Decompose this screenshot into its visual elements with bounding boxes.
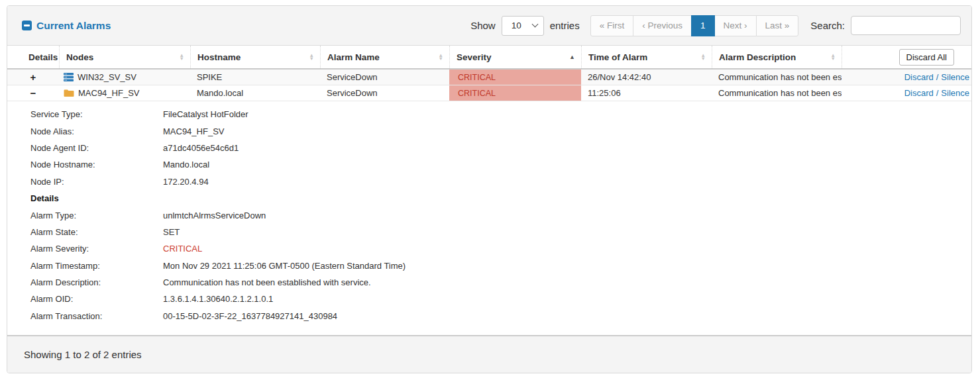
detail-label: Node Hostname: (7, 160, 163, 169)
column-header-actions: Discard All (842, 46, 971, 68)
detail-row: Alarm Severity: CRITICAL (7, 240, 971, 257)
sort-ascending-icon: ▲ (569, 54, 575, 60)
severity-cell: CRITICAL (449, 85, 581, 101)
search-input[interactable] (851, 16, 961, 35)
pagination-previous-button[interactable]: ‹ Previous (633, 15, 692, 36)
alarms-table: Details Nodes ▲▼ Hostname ▲▼ Alarm Name … (7, 46, 971, 336)
pagination-last-button[interactable]: Last » (756, 15, 799, 36)
detail-label: Alarm Type: (7, 211, 163, 220)
expanded-alarm-details: Service Type: FileCatalyst HotFolder Nod… (7, 101, 971, 336)
collapse-row-toggle[interactable]: − (28, 88, 39, 98)
table-footer: Showing 1 to 2 of 2 entries (7, 336, 971, 373)
table-row: − MAC94_HF_SV Mando.local ServiceDown CR… (7, 85, 971, 101)
action-separator: / (936, 72, 939, 82)
action-separator: / (936, 88, 939, 98)
chevron-down-icon (531, 21, 538, 28)
description-cell: Communication has not been establis… (712, 85, 842, 101)
time-cell: 11:25:06 (581, 85, 712, 101)
hostname-cell: SPIKE (190, 70, 320, 85)
discard-link[interactable]: Discard (904, 88, 934, 98)
column-header-details: Details (7, 46, 59, 68)
column-header-hostname[interactable]: Hostname ▲▼ (190, 46, 320, 68)
detail-value: 00-15-5D-02-3F-22_1637784927141_430984 (163, 311, 337, 321)
collapse-panel-icon[interactable] (22, 21, 32, 30)
expand-row-toggle[interactable]: + (28, 72, 39, 82)
detail-row: Alarm Description: Communication has not… (7, 274, 971, 291)
detail-row: Service Type: FileCatalyst HotFolder (7, 106, 971, 122)
time-cell: 26/Nov 14:42:40 (581, 70, 712, 85)
detail-label: Service Type: (7, 109, 163, 119)
detail-row: Alarm Type: unlmtchAlrmsServiceDown (7, 207, 971, 223)
detail-value: Mando.local (163, 160, 209, 169)
detail-label: Node IP: (7, 177, 163, 187)
panel-title: Current Alarms (36, 20, 111, 32)
column-header-severity[interactable]: Severity ▲ (449, 46, 581, 68)
discard-link[interactable]: Discard (904, 72, 934, 82)
detail-label: Alarm Description: (7, 277, 163, 287)
sort-icon: ▲▼ (831, 54, 836, 60)
alarm-name-cell: ServiceDown (320, 85, 449, 101)
sort-icon: ▲▼ (180, 54, 184, 60)
row-actions: Discard / Silence (842, 85, 971, 101)
sort-icon: ▲▼ (309, 54, 314, 60)
table-header-row: Details Nodes ▲▼ Hostname ▲▼ Alarm Name … (7, 46, 971, 70)
minus-icon (24, 24, 30, 26)
sort-icon: ▲▼ (701, 54, 706, 60)
detail-row: Alarm Timestamp: Mon Nov 29 2021 11:25:0… (7, 258, 971, 274)
table-controls: Show 10 entries « First ‹ Previous 1 Nex… (470, 15, 961, 36)
page-size-select[interactable]: 10 (502, 16, 544, 36)
page-size-value: 10 (512, 21, 521, 30)
detail-value: 1.3.6.1.4.1.30640.2.1.2.1.0.1 (163, 294, 273, 304)
detail-section-header: Details (7, 190, 971, 207)
detail-label: Alarm Timestamp: (7, 261, 163, 271)
show-label: Show (470, 20, 496, 31)
silence-link[interactable]: Silence (941, 88, 969, 98)
detail-label: Alarm OID: (7, 294, 163, 304)
detail-row: Alarm State: SET (7, 224, 971, 240)
column-header-alarm-name[interactable]: Alarm Name ▲▼ (320, 46, 449, 68)
detail-label: Node Agent ID: (7, 143, 163, 153)
detail-label: Alarm Transaction: (7, 311, 163, 321)
entries-label: entries (550, 20, 580, 31)
panel-title-wrap: Current Alarms (22, 20, 111, 32)
detail-row: Alarm Transaction: 00-15-5D-02-3F-22_163… (7, 308, 971, 324)
node-name[interactable]: MAC94_HF_SV (78, 88, 139, 98)
pagination-page-1-button[interactable]: 1 (691, 15, 715, 36)
column-header-nodes[interactable]: Nodes ▲▼ (59, 46, 190, 68)
detail-row: Node Alias: MAC94_HF_SV (7, 122, 971, 139)
row-toggle-cell: − (7, 85, 59, 101)
pagination-next-button[interactable]: Next › (714, 15, 757, 36)
search-label: Search: (810, 20, 845, 31)
detail-label: Node Alias: (7, 126, 163, 136)
discard-all-button[interactable]: Discard All (899, 49, 954, 66)
showing-entries-text: Showing 1 to 2 of 2 entries (24, 349, 142, 360)
detail-value: Mon Nov 29 2021 11:25:06 GMT-0500 (Easte… (163, 261, 406, 271)
detail-value: FileCatalyst HotFolder (163, 109, 248, 119)
detail-value: unlmtchAlrmsServiceDown (163, 211, 266, 220)
detail-value: a71dc4056e54c6d1 (163, 143, 239, 153)
detail-value: SET (163, 227, 180, 237)
column-header-description[interactable]: Alarm Description ▲▼ (712, 46, 842, 68)
alarm-name-cell: ServiceDown (320, 70, 449, 85)
severity-cell: CRITICAL (449, 70, 581, 85)
detail-label: Alarm Severity: (7, 244, 163, 254)
silence-link[interactable]: Silence (941, 72, 969, 82)
detail-row: Node Hostname: Mando.local (7, 156, 971, 173)
detail-value: 172.20.4.94 (163, 177, 209, 187)
detail-label: Alarm State: (7, 227, 163, 237)
panel-heading: Current Alarms Show 10 entries « First ‹… (7, 6, 971, 46)
current-alarms-panel: Current Alarms Show 10 entries « First ‹… (7, 5, 972, 373)
detail-row: Node Agent ID: a71dc4056e54c6d1 (7, 140, 971, 156)
pagination-first-button[interactable]: « First (590, 15, 634, 36)
row-toggle-cell: + (7, 70, 59, 85)
hostname-cell: Mando.local (190, 85, 320, 101)
node-name[interactable]: WIN32_SV_SV (78, 72, 136, 82)
column-header-time[interactable]: Time of Alarm ▲▼ (581, 46, 712, 68)
detail-value: MAC94_HF_SV (163, 126, 224, 136)
row-actions: Discard / Silence (842, 70, 971, 85)
detail-row: Alarm OID: 1.3.6.1.4.1.30640.2.1.2.1.0.1 (7, 291, 971, 307)
node-cell: MAC94_HF_SV (59, 85, 190, 101)
detail-value: Communication has not been established w… (163, 277, 371, 287)
pagination: « First ‹ Previous 1 Next › Last » (590, 15, 799, 36)
detail-value-critical: CRITICAL (163, 244, 202, 254)
